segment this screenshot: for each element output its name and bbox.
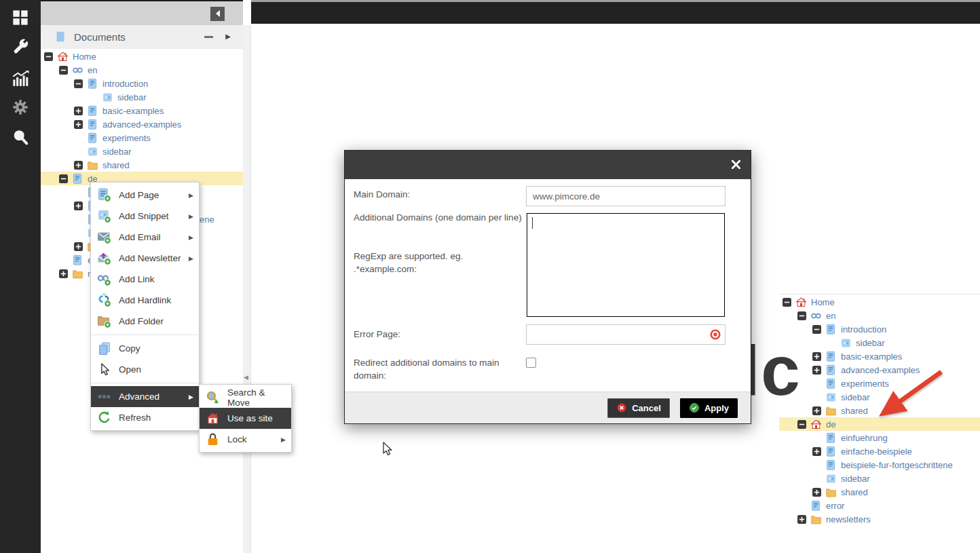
tree-item-en[interactable]: en [41,63,243,77]
menu-item-label: Add Newsletter [119,253,181,263]
minus-expander-icon[interactable] [59,174,68,183]
collapse-panel-button[interactable] [210,7,225,21]
page-icon [72,173,83,185]
menu-item-add-hardlink[interactable]: Add Hardlink [91,290,199,311]
plus-expander-icon[interactable] [74,120,83,129]
tree-item-introduction[interactable]: introduction [41,77,243,90]
cancel-button[interactable]: Cancel [607,398,670,418]
additional-domains-textarea[interactable] [527,213,725,317]
tree-item-newsletters[interactable]: newsletters [779,512,980,526]
menu-item-refresh[interactable]: Refresh [91,407,199,428]
menu-item-label: Search & Move [227,387,286,408]
plus-expander-icon[interactable] [797,515,806,524]
plus-expander-icon[interactable] [74,161,83,170]
page-icon [87,119,98,130]
tree-item-home[interactable]: Home [779,295,980,309]
menu-item-add-email[interactable]: Add Email▶ [91,227,199,248]
plus-expander-icon[interactable] [812,447,821,456]
page-icon [825,351,837,362]
menu-item-label: Refresh [119,413,151,423]
plus-expander-icon[interactable] [74,242,83,251]
tree-item-label: sidebar [856,338,888,348]
menu-item-add-newsletter[interactable]: Add Newsletter▶ [91,248,199,269]
tree-item-beispiele-fur-fortgeschrittene[interactable]: beispiele-fur-fortgeschrittene [779,458,980,472]
minus-expander-icon[interactable] [74,79,83,88]
tree-item-sidebar[interactable]: sidebar [779,336,980,349]
statistics-icon[interactable] [12,69,29,87]
tree-item-label: einfuehrung [841,433,890,443]
minus-expander-icon[interactable] [797,311,806,320]
tree-item-experiments[interactable]: experiments [41,131,243,145]
page-icon [825,364,837,376]
tree-item-en[interactable]: en [779,309,980,322]
tree-item-basic-examples[interactable]: basic-examples [41,104,243,117]
menu-item-add-snippet[interactable]: Add Snippet▶ [91,206,199,227]
tree-item-introduction[interactable]: introduction [779,322,980,336]
chevron-right-icon[interactable]: ▶ [225,33,231,40]
tree-item-advanced-examples[interactable]: advanced-examples [41,117,243,131]
menu-item-copy[interactable]: Copy [91,338,199,359]
menu-item-use-as-site[interactable]: Use as site [200,408,291,429]
tree-item-sidebar[interactable]: sidebar [41,90,243,104]
menu-item-label: Add Folder [119,316,164,326]
minus-expander-icon[interactable] [59,66,68,75]
splitter-collapse-icon[interactable]: ◀ [244,374,248,381]
menu-item-open[interactable]: Open [91,359,199,380]
minus-expander-icon[interactable] [783,298,791,307]
pimcore-admin-screen: Documents ▶ Homeenintroductionsidebarbas… [0,0,980,553]
folder-icon [825,405,837,417]
redirect-checkbox[interactable] [526,358,536,368]
menu-item-lock[interactable]: Lock▶ [200,429,291,450]
main-domain-label: Main Domain: [354,189,523,202]
wrench-icon[interactable] [12,39,29,56]
menu-item-add-link[interactable]: Add Link [91,269,199,290]
plus-expander-icon[interactable] [812,488,821,497]
minus-expander-icon[interactable] [797,420,806,429]
copy-icon [97,341,111,356]
tree-item-einfuehrung[interactable]: einfuehrung [779,431,980,444]
menu-item-label: Copy [119,343,140,354]
minus-expander-icon[interactable] [44,52,53,61]
submenu-arrow-icon: ▶ [189,394,193,400]
tree-context-menu: Add Page▶Add Snippet▶Add Email▶Add Newsl… [90,182,200,431]
minus-expander-icon[interactable] [812,325,821,334]
settings-gear-icon[interactable] [12,98,29,116]
advanced-icon [97,389,111,404]
tree-item-error[interactable]: error [779,499,980,512]
content-top-bar [251,2,980,24]
plus-expander-icon[interactable] [74,202,83,210]
tree-item-sidebar[interactable]: sidebar [41,145,243,158]
plus-expander-icon[interactable] [59,269,68,278]
apply-check-icon [689,402,700,413]
add-email-icon [97,230,111,244]
apps-icon[interactable] [12,9,29,26]
main-domain-input[interactable] [526,186,725,206]
menu-item-add-page[interactable]: Add Page▶ [91,185,199,206]
tree-item-einfache-beispiele[interactable]: einfache-beispiele [779,444,980,458]
plus-expander-icon[interactable] [74,107,83,115]
search-icon[interactable] [12,128,29,146]
tree-item-shared[interactable]: shared [41,158,243,172]
plus-expander-icon[interactable] [812,366,821,375]
add-folder-icon [97,314,111,328]
plus-expander-icon[interactable] [812,352,821,361]
close-icon[interactable] [732,160,740,169]
tree-item-label: shared [102,160,132,170]
target-icon[interactable] [709,328,721,341]
panel-splitter[interactable]: ◀ [243,25,251,553]
document-icon [55,31,67,43]
apply-button[interactable]: Apply [680,398,738,418]
error-page-input[interactable] [526,324,725,345]
dialog-footer: Cancel Apply [345,392,751,423]
menu-item-search-move[interactable]: Search & Move [200,387,291,408]
tree-item-shared[interactable]: shared [779,485,980,499]
plus-expander-icon[interactable] [812,406,821,415]
menu-item-add-folder[interactable]: Add Folder [91,311,199,332]
submenu-arrow-icon: ▶ [189,213,193,220]
add-newsletter-icon [97,251,111,265]
tree-item-home[interactable]: Home [41,50,243,63]
tree-item-sidebar[interactable]: sidebar [779,472,980,485]
menu-item-advanced[interactable]: Advanced▶ [91,386,199,407]
documents-panel-header[interactable]: Documents ▶ [41,25,243,49]
minus-icon[interactable] [204,36,213,38]
